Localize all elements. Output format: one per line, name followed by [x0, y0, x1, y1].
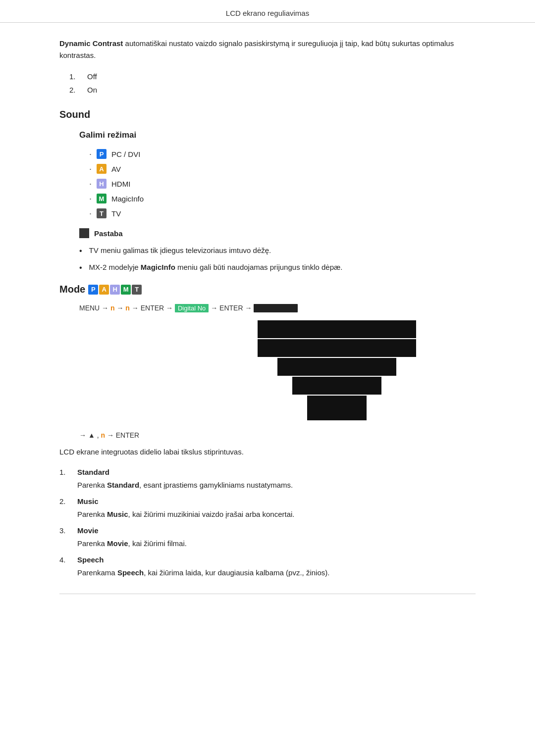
mode-badge-m: M: [121, 285, 131, 295]
item-num: 1.: [59, 468, 69, 476]
mode-pc-dvi: · P PC / DVI: [89, 149, 476, 159]
orange-n3: n: [101, 431, 105, 439]
intro-paragraph: Dynamic Contrast automatiškai nustato va…: [59, 38, 476, 61]
badge-h: H: [97, 179, 107, 189]
mode-items-list: 1. Standard Parenka Standard, esant įpra…: [59, 468, 476, 579]
green-box: Digital No: [175, 304, 209, 312]
page-header: LCD ekrano reguliavimas: [0, 0, 535, 23]
mode-item-standard: 1. Standard Parenka Standard, esant įpra…: [59, 468, 476, 491]
item-header-standard: 1. Standard: [59, 468, 476, 476]
menu-row-1: [258, 320, 416, 338]
mode-label: TV: [111, 209, 121, 218]
list-num: 1.: [69, 72, 79, 81]
mode-word: Mode: [59, 284, 85, 295]
item-desc-movie: Parenka Movie, kai žiūrimi filmai.: [77, 538, 476, 550]
menu-nav-prefix: MENU →: [79, 304, 110, 312]
menu-nav-line: MENU → n → n → ENTER → Digital No → ENTE…: [79, 304, 476, 312]
mode-label: PC / DVI: [111, 150, 140, 158]
badge-m: M: [97, 194, 107, 203]
bullet-dot: ·: [89, 150, 92, 158]
sound-modes-list: · P PC / DVI · A AV · H HDMI · M Mag: [89, 149, 476, 218]
note-block: Pastaba: [79, 228, 476, 238]
item-title-speech: Speech: [77, 555, 104, 564]
mode-description: LCD ekrane integruotas didelio labai tik…: [59, 446, 476, 458]
arrow-nav-suffix: → ENTER: [107, 431, 139, 439]
mode-item-speech: 4. Speech Parenkama Speech, kai žiūrima …: [59, 555, 476, 579]
item-desc-standard: Parenka Standard, esant įprastiems gamyk…: [77, 479, 476, 491]
badge-a: A: [97, 164, 107, 174]
item-title-movie: Movie: [77, 526, 99, 535]
bullet-dot: ·: [89, 179, 92, 188]
mode-section: Mode P A H M T MENU → n → n → ENTER → Di…: [59, 284, 476, 579]
item-desc-speech: Parenkama Speech, kai žiūrima laida, kur…: [77, 567, 476, 579]
item-num: 3.: [59, 526, 69, 535]
galimi-rezimai-title: Galimi režimai: [79, 130, 476, 140]
mode-label: MagicInfo: [111, 195, 144, 203]
list-label: Off: [87, 72, 97, 81]
item-num: 2.: [59, 497, 69, 505]
mode-badge-h: H: [110, 285, 120, 295]
bullet-dot: ·: [89, 209, 92, 218]
mode-magicinfo: · M MagicInfo: [89, 194, 476, 203]
mode-label: AV: [111, 165, 121, 173]
note-item-text: TV meniu galimas tik įdiegus televizoria…: [89, 245, 271, 257]
menu-row-4: [292, 377, 381, 395]
mode-item-movie: 3. Movie Parenka Movie, kai žiūrimi film…: [59, 526, 476, 550]
item-header-movie: 3. Movie: [59, 526, 476, 535]
nav-arrow3: → ENTER →: [211, 304, 254, 312]
menu-row-3: [277, 358, 396, 376]
item-desc-music: Parenka Music, kai žiūrimi muzikiniai va…: [77, 508, 476, 520]
page-container: LCD ekrano reguliavimas Dynamic Contrast…: [0, 0, 535, 756]
dynamic-contrast-term: Dynamic Contrast: [59, 39, 123, 48]
menu-row-5: [307, 396, 367, 420]
note-icon: [79, 228, 89, 238]
list-item: 2. On: [69, 86, 476, 94]
mode-hdmi: · H HDMI: [89, 179, 476, 189]
item-header-music: 2. Music: [59, 497, 476, 505]
mode-section-title: Mode P A H M T: [59, 284, 476, 295]
mode-badge-t: T: [132, 285, 142, 295]
list-num: 2.: [69, 86, 79, 94]
note-item-text: MX-2 modelyje MagicInfo meniu gali būti …: [89, 262, 343, 274]
arrow-nav-line: → ▲ , n → ENTER: [79, 431, 476, 439]
badge-p: P: [97, 149, 107, 159]
list-label: On: [87, 86, 97, 94]
orange-n: n: [110, 304, 115, 312]
menu-diagram: [198, 320, 476, 421]
dynamic-contrast-list: 1. Off 2. On: [69, 72, 476, 94]
arrow-nav-prefix: → ▲ ,: [79, 431, 101, 439]
nav-arrow2: → ENTER →: [132, 304, 175, 312]
sound-title: Sound: [59, 109, 476, 120]
note-list: TV meniu galimas tik įdiegus televizoria…: [79, 245, 476, 274]
mode-badge-a: A: [99, 285, 109, 295]
mode-item-music: 2. Music Parenka Music, kai žiūrimi muzi…: [59, 497, 476, 520]
mode-tv: · T TV: [89, 208, 476, 218]
note-label: Pastaba: [94, 229, 123, 238]
bottom-border: [59, 594, 476, 594]
nav-arrow: →: [116, 304, 123, 312]
content-area: Dynamic Contrast automatiškai nustato va…: [0, 38, 535, 614]
mode-av: · A AV: [89, 164, 476, 174]
item-title-standard: Standard: [77, 468, 109, 476]
page-title: LCD ekrano reguliavimas: [226, 9, 309, 17]
item-num: 4.: [59, 555, 69, 564]
orange-n2: n: [125, 304, 130, 312]
note-item-2: MX-2 modelyje MagicInfo meniu gali būti …: [79, 262, 476, 274]
mode-label: HDMI: [111, 180, 130, 188]
list-item: 1. Off: [69, 72, 476, 81]
bullet-dot: ·: [89, 194, 92, 203]
bullet-dot: ·: [89, 164, 92, 173]
mode-badges-row: P A H M T: [88, 285, 142, 295]
item-title-music: Music: [77, 497, 99, 505]
sound-section: Sound Galimi režimai · P PC / DVI · A AV…: [59, 109, 476, 274]
mode-badge-p: P: [88, 285, 98, 295]
item-header-speech: 4. Speech: [59, 555, 476, 564]
note-item-1: TV meniu galimas tik įdiegus televizoria…: [79, 245, 476, 257]
menu-row-2: [258, 339, 416, 357]
badge-t: T: [97, 208, 107, 218]
black-box: [254, 304, 298, 312]
